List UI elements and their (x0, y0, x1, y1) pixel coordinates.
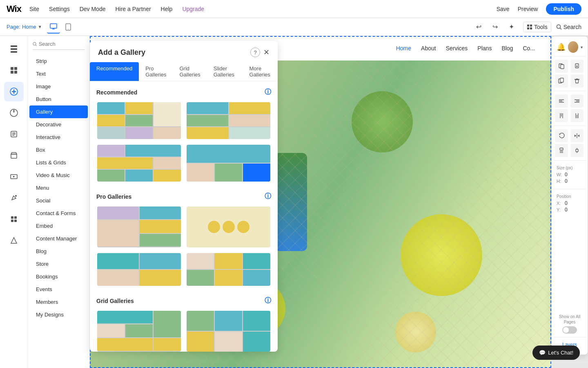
svg-marker-58 (578, 135, 579, 137)
panel-item-menu[interactable]: Menu (29, 182, 88, 194)
align-left-button[interactable] (555, 94, 568, 108)
gallery-nav-recommended[interactable]: Recommended (90, 62, 139, 81)
save-button[interactable]: Save (497, 6, 510, 12)
nav-upgrade[interactable]: Upgrade (182, 6, 204, 12)
delete-button[interactable] (570, 74, 584, 88)
gallery-thumb-slider1[interactable] (186, 144, 271, 182)
page-name[interactable]: Home (22, 24, 36, 30)
sidebar-store-icon[interactable] (4, 146, 24, 165)
svg-point-9 (557, 25, 560, 28)
align-bottom-button[interactable] (570, 109, 584, 122)
gallery-help-icon[interactable]: ? (250, 47, 260, 57)
page-dropdown-icon[interactable]: ▼ (38, 25, 42, 29)
user-dropdown-icon[interactable]: ▾ (581, 45, 583, 49)
nav-site[interactable]: Site (29, 6, 39, 12)
gallery-nav-more[interactable]: More Galleries (243, 62, 278, 81)
mobile-device-button[interactable] (62, 20, 75, 34)
flip-button[interactable] (570, 129, 584, 142)
panel-item-embed[interactable]: Embed (29, 220, 88, 232)
svg-rect-8 (530, 27, 532, 29)
align-top-button[interactable] (555, 109, 568, 122)
tools-button[interactable]: Tools (523, 22, 551, 32)
gallery-thumb-pro3[interactable] (96, 252, 182, 287)
redo-button[interactable]: ↪ (489, 20, 502, 34)
gallery-close-icon[interactable]: ✕ (263, 48, 270, 57)
show-all-pages-toggle[interactable] (562, 326, 577, 334)
sidebar-pages-icon[interactable] (4, 39, 24, 59)
site-nav-home[interactable]: Home (396, 45, 411, 52)
gallery-thumb-mosaic1[interactable] (96, 101, 182, 140)
nav-help[interactable]: Help (161, 6, 173, 12)
sidebar-blog-icon[interactable] (4, 124, 24, 144)
duplicate-button[interactable] (555, 74, 568, 88)
panel-item-gallery[interactable]: Gallery (29, 105, 88, 118)
chat-label: Let's Chat! (548, 350, 573, 356)
show-all-pages-toggle-wrap (557, 326, 583, 334)
transform-icons (553, 129, 586, 157)
site-nav-blog[interactable]: Blog (501, 45, 513, 52)
sidebar-apps-icon[interactable] (4, 209, 24, 229)
site-nav-services[interactable]: Services (446, 45, 468, 52)
panel-item-box[interactable]: Box (29, 144, 88, 156)
anchor-button[interactable] (555, 144, 568, 157)
panel-item-decorative[interactable]: Decorative (29, 118, 88, 131)
panel-item-store[interactable]: Store (29, 258, 88, 270)
gallery-nav-grid[interactable]: Grid Galleries (173, 62, 207, 81)
copy-style-button[interactable] (555, 60, 568, 73)
search-button[interactable]: Search (556, 24, 581, 30)
gallery-nav-slider[interactable]: Slider Galleries (207, 62, 243, 81)
panel-item-video-music[interactable]: Video & Music (29, 169, 88, 182)
section-recommended-info[interactable]: ⓘ (265, 88, 271, 96)
section-grid-info[interactable]: ⓘ (265, 296, 271, 305)
site-nav-co[interactable]: Co... (523, 45, 535, 52)
gallery-thumb-pro2[interactable] (186, 206, 271, 248)
panel-item-my-designs[interactable]: My Designs (29, 308, 88, 321)
align-right-button[interactable] (570, 94, 584, 108)
panel-item-image[interactable]: Image (29, 80, 88, 93)
gallery-thumb-grid2b[interactable] (186, 310, 271, 352)
nav-settings[interactable]: Settings (49, 6, 70, 12)
more-options-button[interactable]: ✦ (505, 20, 518, 34)
sidebar-components-icon[interactable] (4, 61, 24, 80)
nav-partner[interactable]: Hire a Partner (115, 6, 151, 12)
undo-button[interactable]: ↩ (472, 20, 486, 34)
paste-style-button[interactable] (570, 60, 584, 73)
panel-item-bookings[interactable]: Bookings (29, 270, 88, 283)
preview-button[interactable]: Preview (518, 6, 538, 12)
notification-icon[interactable]: 🔔 (557, 43, 566, 52)
panel-item-social[interactable]: Social (29, 194, 88, 207)
sidebar-themes-icon[interactable] (4, 103, 24, 123)
panel-item-interactive[interactable]: Interactive (29, 131, 88, 144)
desktop-device-button[interactable] (47, 20, 60, 34)
sidebar-ascend-icon[interactable] (4, 231, 24, 250)
user-avatar[interactable] (568, 41, 578, 53)
rotate-button[interactable] (555, 129, 568, 142)
gallery-body: Recommended ⓘ (90, 81, 278, 352)
sidebar-pen-icon[interactable] (4, 188, 24, 208)
site-nav-plans[interactable]: Plans (477, 45, 492, 52)
gallery-thumb-pro1[interactable] (96, 206, 182, 248)
site-nav-about[interactable]: About (421, 45, 436, 52)
nav-devmode[interactable]: Dev Mode (80, 6, 106, 12)
sidebar-media-icon[interactable] (4, 167, 24, 186)
panel-item-members[interactable]: Members (29, 296, 88, 308)
section-pro-info[interactable]: ⓘ (265, 192, 271, 201)
chat-bubble[interactable]: 💬 Let's Chat! (532, 346, 580, 360)
panel-item-text[interactable]: Text (29, 67, 88, 80)
gallery-thumb-grid2[interactable] (186, 101, 271, 140)
panel-item-strip[interactable]: Strip (29, 55, 88, 67)
sidebar-add-icon[interactable] (4, 82, 24, 101)
panel-item-events[interactable]: Events (29, 283, 88, 296)
panel-item-button[interactable]: Button (29, 93, 88, 105)
gallery-thumb-grid1[interactable] (96, 310, 182, 352)
panel-item-contact-forms[interactable]: Contact & Forms (29, 207, 88, 220)
search-input[interactable] (39, 41, 85, 47)
gallery-thumb-pro4[interactable] (186, 252, 271, 287)
distribute-button[interactable] (570, 144, 584, 157)
gallery-thumb-mosaic2[interactable] (96, 144, 182, 182)
gallery-nav-pro[interactable]: Pro Galleries (139, 62, 173, 81)
publish-button[interactable]: Publish (546, 3, 581, 15)
panel-item-content-manager[interactable]: Content Manager (29, 232, 88, 245)
panel-item-lists-grids[interactable]: Lists & Grids (29, 156, 88, 169)
panel-item-blog[interactable]: Blog (29, 245, 88, 258)
